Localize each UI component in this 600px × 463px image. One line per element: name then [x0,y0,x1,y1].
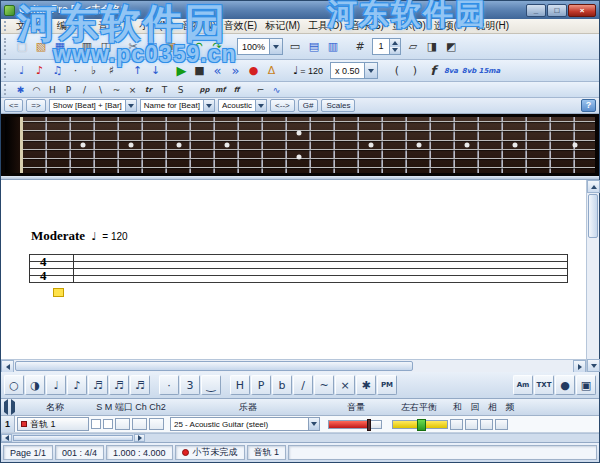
tremolo-bar-icon[interactable]: ∿ [269,83,284,96]
quarter-note-icon[interactable]: ♩ [46,375,66,395]
sixteenth-note-icon[interactable]: ♬ [88,375,108,395]
beam-icon[interactable]: ♫ [49,62,66,79]
record-icon[interactable]: ● [245,62,262,79]
multitrack-view-icon[interactable]: ▥ [324,38,342,56]
fretboard-next-button[interactable]: => [26,99,45,112]
vertical-scrollbar[interactable] [586,180,599,372]
note-input-icon[interactable]: ♩ [13,62,30,79]
spinner-down-icon[interactable] [390,47,400,55]
copy-icon[interactable]: ◧ [143,38,161,56]
menu-item[interactable]: 说明(H) [471,18,513,34]
pan-handle[interactable] [417,419,426,431]
menu-item[interactable]: 编辑(E) [53,18,94,34]
scroll-up-icon[interactable] [587,180,600,193]
zoom-select[interactable]: 100% [237,38,283,55]
pianissimo-icon[interactable]: pp [197,83,212,96]
text-tool-icon[interactable]: TXT [534,375,554,395]
menu-item[interactable]: 小节(M) [135,18,178,34]
dead-note-icon[interactable]: × [335,375,355,395]
fretboard-show-select[interactable]: Show [Beat] + [Bar] [49,99,137,112]
pan-slider[interactable] [392,420,448,429]
measure-spinner[interactable]: 1 [372,38,401,55]
scroll-right-icon[interactable] [134,434,145,442]
slap-icon[interactable]: S [173,83,188,96]
scroll-track[interactable] [587,239,599,359]
triplet-icon[interactable]: 3 [180,375,200,395]
whole-note-icon[interactable]: ○ [4,375,24,395]
scroll-left-icon[interactable] [1,434,12,442]
tie-icon[interactable]: ‿ [201,375,221,395]
title-bar[interactable]: Guitar Pro 5 - <未命名> _ □ × [1,1,599,19]
pull-off-icon[interactable]: P [61,83,76,96]
cut-icon[interactable]: ✂ [124,38,142,56]
slide-down-icon[interactable]: \ [93,83,108,96]
vibrato-icon[interactable]: ~ [109,83,124,96]
harmonic-icon[interactable]: ✱ [13,83,28,96]
new-icon[interactable]: ▢ [13,38,31,56]
tablature-view-icon[interactable]: # [351,38,369,56]
playback-speed-select[interactable]: x 0.50 [330,62,378,79]
bend-icon[interactable]: ◠ [29,83,44,96]
fretboard-surface[interactable] [23,117,595,173]
toolbar-grip[interactable] [4,84,9,95]
track-row[interactable]: 1 音轨 1 25 - Acoustic Guitar (steel) [1,416,599,433]
bend-icon[interactable]: b [272,375,292,395]
thirtysecond-note-icon[interactable]: ♬ [109,375,129,395]
split-view-icon[interactable]: ◨ [423,38,441,56]
scales-button[interactable]: Scales [321,99,355,112]
dead-note-icon[interactable]: × [125,83,140,96]
menu-item[interactable]: 音符(N) [178,18,220,34]
toolbar-grip[interactable] [4,63,9,78]
volume-handle[interactable] [367,419,371,431]
slide-up-icon[interactable]: / [77,83,92,96]
trill-icon[interactable]: tr [141,83,156,96]
toolbar-grip[interactable] [4,38,9,56]
pull-off-icon[interactable]: P [251,375,271,395]
harmonic-icon[interactable]: ✱ [356,375,376,395]
marker-tool-icon[interactable]: ● [555,375,575,395]
hammer-on-icon[interactable]: H [230,375,250,395]
rest-input-icon[interactable]: ♪ [31,62,48,79]
horizontal-scrollbar[interactable] [1,359,586,372]
toolbar-grip[interactable] [4,21,9,31]
mute-toggle[interactable] [103,419,113,429]
tremolo-box[interactable] [495,419,508,430]
dotted-note-icon[interactable]: · [159,375,179,395]
score-view-icon[interactable]: ▤ [305,38,323,56]
dynamics-icon[interactable]: f [425,62,442,79]
track-next-icon[interactable] [11,402,15,412]
menu-item[interactable]: 标记(M) [261,18,304,34]
midi-channel-cell[interactable] [132,418,147,430]
solo-toggle[interactable] [91,419,101,429]
fretboard-range-button[interactable]: <--> [270,99,295,112]
flat-icon[interactable]: ♭ [85,62,102,79]
page-layout-icon[interactable]: ▭ [286,38,304,56]
fretboard-sound-select[interactable]: Acoustic [218,99,267,112]
undo-icon[interactable]: ↶ [189,38,207,56]
slide-icon[interactable]: / [293,375,313,395]
half-note-icon[interactable]: ◑ [25,375,45,395]
track-name-button[interactable]: 音轨 1 [17,417,89,431]
redo-icon[interactable]: ↷ [208,38,226,56]
go-to-end-button[interactable]: » [227,62,244,79]
eighth-note-icon[interactable]: ♪ [67,375,87,395]
sixtyfourth-note-icon[interactable]: ♬ [130,375,150,395]
instrument-select[interactable]: 25 - Acoustic Guitar (steel) [170,417,320,431]
vertical-scroll-thumb[interactable] [588,194,598,238]
mix-table-icon[interactable]: ▣ [576,375,596,395]
print-icon[interactable]: ▥ [78,38,96,56]
paste-icon[interactable]: ▣ [162,38,180,56]
track-prev-icon[interactable] [4,402,8,412]
print-preview-icon[interactable]: ◫ [97,38,115,56]
close-button[interactable]: × [568,4,596,17]
phaser-box[interactable] [480,419,493,430]
metronome-icon[interactable]: Δ [263,62,280,79]
menu-item[interactable]: 音乐(S) [347,18,388,34]
palm-mute-icon[interactable]: PM [377,375,397,395]
chorus-box[interactable] [450,419,463,430]
go-to-start-button[interactable]: « [209,62,226,79]
open-repeat-icon[interactable]: ( [389,62,406,79]
reverb-box[interactable] [465,419,478,430]
ottava-alta-icon[interactable]: 8va [443,62,460,79]
track-scroll-thumb[interactable] [13,435,133,441]
